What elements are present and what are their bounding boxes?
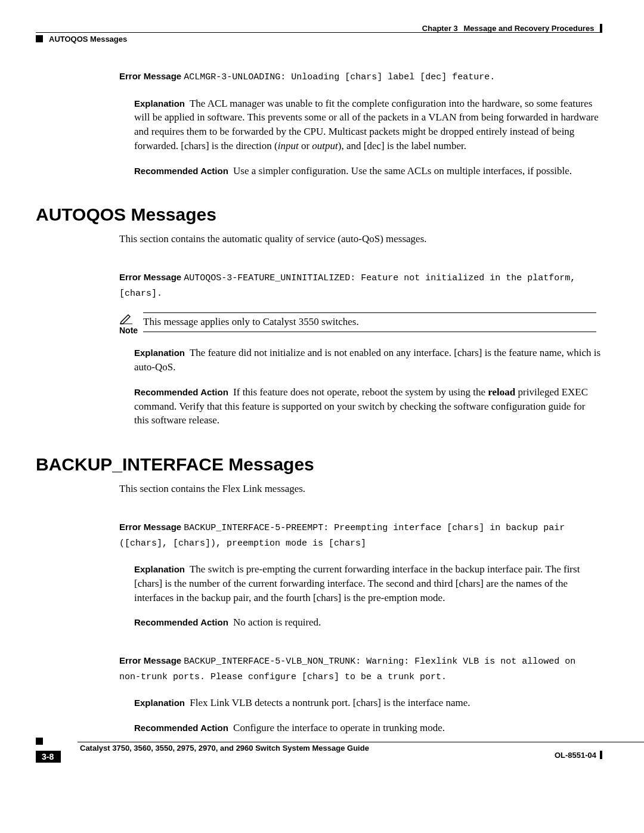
- error-message-block: Error Message AUTOQOS-3-FEATURE_UNINITIA…: [119, 270, 602, 301]
- explanation-block: Explanation The ACL manager was unable t…: [134, 97, 602, 153]
- error-message-code: ACLMGR-3-UNLOADING: Unloading [chars] la…: [184, 72, 495, 82]
- explanation-block: Explanation The switch is pre-empting th…: [134, 562, 602, 605]
- error-message-label: Error Message: [119, 522, 181, 532]
- explanation-text: The switch is pre-empting the current fo…: [134, 563, 580, 603]
- recommended-action-text: Configure the interface to operate in tr…: [233, 722, 445, 733]
- recommended-action-block: Recommended Action Configure the interfa…: [134, 721, 602, 735]
- chapter-title: Message and Recovery Procedures: [463, 24, 594, 33]
- page-footer: Catalyst 3750, 3560, 3550, 2975, 2970, a…: [36, 742, 602, 761]
- error-message-code: BACKUP_INTERFACE-5-PREEMPT: Preempting i…: [119, 523, 565, 549]
- section-intro: This section contains the automatic qual…: [119, 232, 602, 246]
- note-label: Note: [119, 326, 141, 335]
- error-message-block: Error Message ACLMGR-3-UNLOADING: Unload…: [119, 69, 602, 85]
- header-chapter: Chapter 3 Message and Recovery Procedure…: [422, 24, 602, 33]
- explanation-text: Flex Link VLB detects a nontrunk port. […: [190, 697, 470, 708]
- recommended-action-block: Recommended Action If this feature does …: [134, 385, 602, 428]
- recommended-action-label: Recommended Action: [134, 387, 228, 397]
- explanation-label: Explanation: [134, 348, 185, 358]
- explanation-label: Explanation: [134, 98, 185, 109]
- error-message-label: Error Message: [119, 655, 181, 665]
- footer-page-number: 3-8: [36, 751, 61, 763]
- recommended-action-label: Recommended Action: [134, 166, 228, 176]
- error-message-block: Error Message BACKUP_INTERFACE-5-VLB_NON…: [119, 654, 602, 684]
- recommended-action-text: No action is required.: [233, 617, 321, 628]
- explanation-text: The feature did not initialize and is no…: [134, 347, 600, 373]
- footer-book-title: Catalyst 3750, 3560, 3550, 2975, 2970, a…: [80, 744, 369, 753]
- error-message-code: BACKUP_INTERFACE-5-VLB_NON_TRUNK: Warnin…: [119, 657, 575, 682]
- footer-doc-id: OL-8551-04: [555, 751, 602, 760]
- error-message-code: AUTOQOS-3-FEATURE_UNINITIALIZED: Feature…: [119, 273, 575, 299]
- running-header: Chapter 3 Message and Recovery Procedure…: [36, 24, 602, 45]
- note-text: This message applies only to Catalyst 35…: [143, 312, 596, 332]
- recommended-action-text: Use a simpler configuration. Use the sam…: [233, 165, 572, 176]
- recommended-action-block: Recommended Action Use a simpler configu…: [134, 164, 602, 178]
- recommended-action-label: Recommended Action: [134, 723, 228, 733]
- explanation-label: Explanation: [134, 564, 185, 574]
- error-message-label: Error Message: [119, 272, 181, 282]
- section-heading-autoqos: AUTOQOS Messages: [36, 205, 602, 225]
- recommended-action-label: Recommended Action: [134, 617, 228, 627]
- chapter-number: Chapter 3: [422, 24, 458, 33]
- explanation-block: Explanation The feature did not initiali…: [134, 346, 602, 374]
- recommended-action-block: Recommended Action No action is required…: [134, 615, 602, 630]
- running-section-title: AUTOQOS Messages: [49, 35, 127, 44]
- note-block: Note This message applies only to Cataly…: [119, 312, 602, 335]
- error-message-label: Error Message: [119, 71, 181, 81]
- pencil-icon: Note: [119, 312, 141, 335]
- explanation-label: Explanation: [134, 698, 185, 708]
- error-message-block: Error Message BACKUP_INTERFACE-5-PREEMPT…: [119, 520, 602, 550]
- section-intro: This section contains the Flex Link mess…: [119, 482, 602, 496]
- explanation-text: The ACL manager was unable to fit the co…: [134, 98, 599, 151]
- header-section: AUTOQOS Messages: [36, 35, 127, 44]
- explanation-block: Explanation Flex Link VLB detects a nont…: [134, 696, 602, 710]
- section-heading-backup-interface: BACKUP_INTERFACE Messages: [36, 454, 602, 475]
